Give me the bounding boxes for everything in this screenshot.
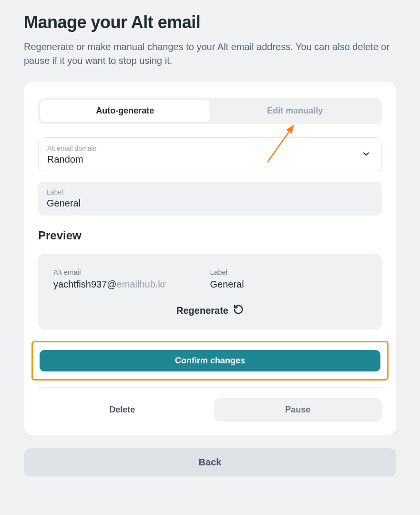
settings-card: Auto-generate Edit manually Alt email do… — [24, 82, 396, 435]
delete-button[interactable]: Delete — [38, 398, 206, 422]
regenerate-button[interactable]: Regenerate — [176, 304, 244, 317]
tab-edit-manually[interactable]: Edit manually — [210, 100, 380, 122]
preview-alt-email-domain: emailhub.kr — [117, 279, 166, 289]
preview-box: Alt email yachtfish937@emailhub.kr Label… — [38, 254, 382, 330]
confirm-changes-button[interactable]: Confirm changes — [40, 350, 380, 371]
preview-heading: Preview — [38, 229, 382, 242]
mode-tabs: Auto-generate Edit manually — [38, 98, 382, 124]
refresh-icon — [233, 304, 244, 317]
page-subtitle: Regenerate or make manual changes to you… — [24, 40, 396, 68]
preview-label-label: Label — [210, 268, 367, 276]
preview-grid: Alt email yachtfish937@emailhub.kr Label… — [53, 268, 367, 290]
alt-email-domain-value: Random — [47, 154, 373, 165]
preview-alt-email-value: yachtfish937@emailhub.kr — [53, 279, 210, 290]
preview-alt-email-local: yachtfish937@ — [53, 279, 117, 289]
label-field-label: Label — [47, 188, 373, 196]
alt-email-domain-label: Alt email domain — [47, 144, 373, 152]
alt-email-domain-select[interactable]: Alt email domain Random — [38, 137, 382, 172]
page-title: Manage your Alt email — [24, 12, 396, 32]
preview-alt-email-label: Alt email — [53, 268, 210, 276]
secondary-actions: Delete Pause — [38, 398, 382, 422]
regenerate-label: Regenerate — [176, 305, 228, 316]
divider — [38, 387, 382, 388]
label-field: Label General — [38, 182, 382, 216]
preview-label-col: Label General — [210, 268, 367, 290]
label-field-value: General — [47, 198, 373, 209]
back-button[interactable]: Back — [24, 448, 396, 476]
pause-button[interactable]: Pause — [214, 398, 382, 422]
preview-label-value: General — [210, 279, 367, 290]
chevron-down-icon — [361, 149, 371, 161]
tab-auto-generate[interactable]: Auto-generate — [40, 100, 210, 122]
preview-alt-email-col: Alt email yachtfish937@emailhub.kr — [53, 268, 210, 290]
confirm-highlight: Confirm changes — [31, 341, 389, 381]
